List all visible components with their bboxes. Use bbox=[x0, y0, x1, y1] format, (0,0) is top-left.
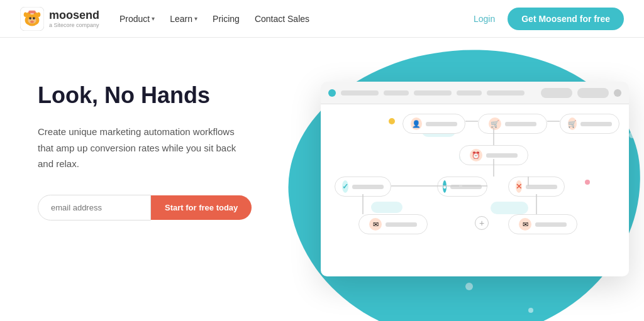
dashboard-topbar bbox=[321, 82, 629, 104]
nav-product[interactable]: Product ▾ bbox=[119, 14, 155, 24]
start-free-button[interactable]: Start for free today bbox=[151, 195, 252, 220]
pink-dot bbox=[585, 180, 590, 185]
svg-point-9 bbox=[37, 12, 41, 17]
email-input[interactable] bbox=[38, 195, 151, 220]
get-moosend-button[interactable]: Get Moosend for free bbox=[508, 8, 624, 30]
dash-bar-1 bbox=[341, 90, 379, 95]
wf-node-1: 👤 bbox=[402, 114, 465, 134]
product-arrow-icon: ▾ bbox=[152, 15, 155, 22]
x-mark: ✕ bbox=[516, 182, 522, 191]
svg-point-8 bbox=[24, 12, 28, 17]
envelope-emoji-left: ✉ bbox=[373, 220, 379, 229]
dash-end-icon bbox=[614, 89, 621, 97]
dash-bar-2 bbox=[384, 90, 409, 95]
nav-contact[interactable]: Contact Sales bbox=[255, 14, 309, 24]
x-icon: ✕ bbox=[516, 180, 522, 193]
dash-circle-icon bbox=[328, 89, 336, 97]
login-link[interactable]: Login bbox=[474, 14, 495, 24]
navbar: moosend a Sitecore company Product ▾ Lea… bbox=[0, 0, 644, 38]
nav-pricing[interactable]: Pricing bbox=[213, 14, 240, 24]
wf-bar-email-l bbox=[386, 222, 417, 227]
wf-bar-1 bbox=[426, 122, 457, 126]
nav-right: Login Get Moosend for free bbox=[474, 8, 624, 30]
wf-node-mid: ● bbox=[437, 177, 487, 197]
hero-description: Create unique marketing automation workf… bbox=[38, 124, 252, 172]
hero-title: Look, No Hands bbox=[38, 82, 302, 109]
wf-bar-x bbox=[526, 185, 557, 189]
svg-point-5 bbox=[29, 17, 31, 19]
person-icon: 👤 bbox=[412, 120, 421, 128]
wf-bar-fr bbox=[580, 122, 612, 126]
dot-icon: ● bbox=[443, 183, 447, 190]
decor-dot-3 bbox=[465, 283, 473, 290]
svg-rect-10 bbox=[28, 10, 35, 13]
basket-icon: 🛒 bbox=[491, 120, 499, 128]
dash-bar-4 bbox=[457, 90, 482, 95]
brand-subtitle: a Sitecore company bbox=[49, 22, 99, 28]
logo[interactable]: moosend a Sitecore company bbox=[20, 7, 99, 31]
workflow-diagram: 👤 🛒 bbox=[321, 104, 629, 276]
add-node-button[interactable]: + bbox=[475, 216, 489, 230]
wf-bar-email-r bbox=[535, 222, 567, 227]
signup-form: Start for free today bbox=[38, 195, 302, 220]
wf-node-far-right: 🛒 bbox=[560, 114, 619, 134]
wf-node-left: ✓ bbox=[335, 177, 391, 197]
decor-dot-4 bbox=[528, 308, 533, 313]
wf-node-2: 🛒 bbox=[478, 114, 547, 134]
logo-text: moosend a Sitecore company bbox=[49, 9, 99, 28]
wf-bar-2 bbox=[505, 122, 536, 126]
envelope-icon-left: ✉ bbox=[369, 218, 382, 231]
hero-section: Look, No Hands Create unique marketing a… bbox=[0, 38, 644, 321]
wf-bar-clock bbox=[486, 153, 518, 158]
dash-btn-2 bbox=[577, 88, 609, 98]
decor-dot-6 bbox=[629, 132, 635, 138]
clock-icon: ⏰ bbox=[470, 149, 482, 161]
wf-icon-far-right: 🛒 bbox=[568, 117, 577, 130]
wf-node-clock: ⏰ bbox=[459, 145, 528, 165]
wf-bar-left bbox=[352, 185, 384, 189]
dash-bar-3 bbox=[414, 90, 452, 95]
nav-learn[interactable]: Learn ▾ bbox=[170, 14, 197, 24]
basket-icon-2: 🛒 bbox=[568, 120, 577, 128]
wf-icon-2: 🛒 bbox=[489, 117, 501, 130]
clock-emoji: ⏰ bbox=[472, 151, 480, 160]
envelope-icon-right: ✉ bbox=[519, 218, 531, 231]
dashboard-mockup: 👤 🛒 bbox=[321, 82, 629, 276]
wf-node-email-left: ✉ bbox=[358, 214, 428, 234]
svg-point-6 bbox=[33, 17, 35, 19]
teal-bubble-3 bbox=[371, 202, 402, 213]
dash-bar-5 bbox=[487, 90, 525, 95]
teal-bubble-4 bbox=[491, 202, 528, 214]
brand-name: moosend bbox=[49, 9, 99, 22]
hero-content: Look, No Hands Create unique marketing a… bbox=[38, 69, 302, 220]
svg-point-7 bbox=[30, 20, 34, 23]
hero-illustration: 👤 🛒 bbox=[302, 69, 606, 321]
logo-icon bbox=[20, 7, 44, 31]
wf-bar-mid bbox=[450, 185, 482, 189]
check-icon-left: ✓ bbox=[342, 180, 348, 193]
wf-node-x: ✕ bbox=[508, 177, 565, 197]
envelope-emoji-right: ✉ bbox=[523, 220, 528, 229]
yellow-dot bbox=[389, 118, 395, 124]
wf-icon-1: 👤 bbox=[411, 117, 422, 130]
learn-arrow-icon: ▾ bbox=[194, 15, 197, 22]
check-icon: ✓ bbox=[342, 182, 348, 191]
dash-btn-1 bbox=[541, 88, 572, 98]
nav-links: Product ▾ Learn ▾ Pricing Contact Sales bbox=[119, 14, 474, 24]
teal-dot-icon: ● bbox=[443, 180, 447, 193]
wf-node-email-right: ✉ bbox=[508, 214, 577, 234]
